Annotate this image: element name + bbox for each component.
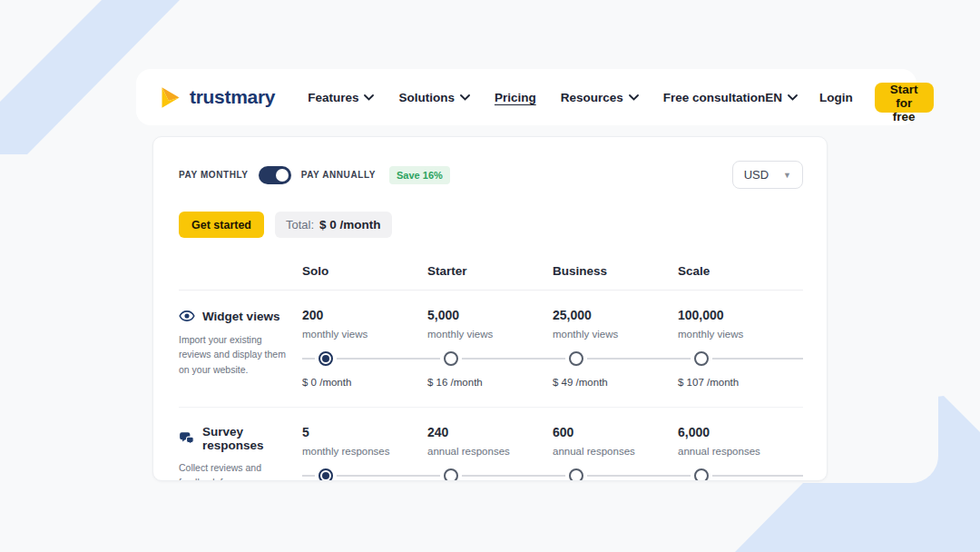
save-badge: Save 16% <box>389 166 450 184</box>
option-amount: 5,000 <box>427 308 553 322</box>
plans-header-spacer <box>179 264 302 278</box>
slider-handle-radio[interactable] <box>444 468 458 481</box>
get-started-button[interactable]: Get started <box>179 212 264 238</box>
option-unit: annual responses <box>427 446 553 457</box>
option-amount: 100,000 <box>678 308 803 322</box>
plan-column-header-business: Business <box>553 264 678 278</box>
nav-item-free-consultation[interactable]: Free consultation <box>663 91 766 104</box>
chevron-down-icon <box>460 94 470 101</box>
nav-item-label: Resources <box>561 91 623 104</box>
start-for-free-button[interactable]: Start for free <box>875 83 934 113</box>
language-selector[interactable]: EN <box>765 91 798 104</box>
slider-handle-radio[interactable] <box>694 468 709 481</box>
plan-option-cell: 100,000 monthly views $ 107 /month <box>678 308 803 388</box>
feature-row: Survey responses Collect reviews and fee… <box>179 407 803 481</box>
pay-monthly-label: PAY MONTHLY <box>179 170 249 180</box>
language-label: EN <box>765 91 782 104</box>
plan-column-header-starter: Starter <box>427 264 553 278</box>
slider-handle-radio[interactable] <box>569 468 583 481</box>
option-price: $ 49 /month <box>553 377 678 388</box>
plan-option-cell: 600 annual responses $ 65 /month <box>553 425 678 481</box>
login-link[interactable]: Login <box>819 91 853 104</box>
plan-option-cell: 5 monthly responses $ 0 /month <box>302 425 427 481</box>
feature-label-cell: Survey responses Collect reviews and fee… <box>179 425 302 481</box>
nav-item-resources[interactable]: Resources <box>561 91 639 104</box>
total-box: Total: $ 0 /month <box>275 212 392 238</box>
usage-slider[interactable] <box>678 351 803 366</box>
nav-item-label: Solutions <box>398 91 455 104</box>
currency-select[interactable]: USD ▼ <box>732 161 803 189</box>
feature-table: Widget views Import your existing review… <box>179 291 803 481</box>
feature-description: Collect reviews and feedback from your c… <box>179 460 297 481</box>
option-amount: 6,000 <box>678 425 803 439</box>
billing-toggle[interactable] <box>259 166 291 184</box>
slider-handle-radio[interactable] <box>694 351 709 366</box>
usage-slider[interactable] <box>678 468 803 481</box>
nav-item-features[interactable]: Features <box>308 91 374 104</box>
slider-handle-radio[interactable] <box>318 351 333 366</box>
option-price: $ 107 /month <box>678 377 803 388</box>
pay-annually-label: PAY ANNUALLY <box>301 170 376 180</box>
nav-item-pricing[interactable]: Pricing <box>495 91 536 104</box>
plan-option-cell: 6,000 annual responses $ 132 /month <box>678 425 803 481</box>
chevron-down-icon <box>364 94 374 101</box>
feature-name: Widget views <box>202 310 279 323</box>
total-label: Total: <box>286 218 314 232</box>
top-navbar: trustmary Features Solutions Pricing Res… <box>136 69 916 125</box>
nav-links: Features Solutions Pricing Resources Fre… <box>308 91 765 104</box>
plan-option-cell: 25,000 monthly views $ 49 /month <box>553 308 678 388</box>
toggle-knob <box>276 169 289 182</box>
usage-slider[interactable] <box>302 468 427 481</box>
option-amount: 240 <box>427 425 553 439</box>
plans-header-row: SoloStarterBusinessScale <box>179 264 803 291</box>
plan-option-cell: 5,000 monthly views $ 16 /month <box>427 308 553 388</box>
option-price: $ 16 /month <box>427 377 553 388</box>
usage-slider[interactable] <box>302 351 427 366</box>
plan-column-header-solo: Solo <box>302 264 427 278</box>
nav-item-solutions[interactable]: Solutions <box>398 91 470 104</box>
option-unit: monthly responses <box>302 446 427 457</box>
feature-label-cell: Widget views Import your existing review… <box>179 308 302 388</box>
feature-description: Import your existing reviews and display… <box>179 332 297 377</box>
usage-slider[interactable] <box>553 351 678 366</box>
eye-icon <box>179 308 195 324</box>
usage-slider[interactable] <box>553 468 678 481</box>
option-amount: 5 <box>302 425 427 439</box>
caret-down-icon: ▼ <box>783 171 791 180</box>
option-unit: monthly views <box>678 329 803 340</box>
pricing-card: PAY MONTHLY PAY ANNUALLY Save 16% USD ▼ … <box>152 136 828 481</box>
trustmary-logo[interactable]: trustmary <box>158 85 275 110</box>
option-price: $ 0 /month <box>302 377 427 388</box>
currency-value: USD <box>744 168 769 182</box>
option-unit: annual responses <box>678 446 803 457</box>
feature-name: Survey responses <box>202 425 297 452</box>
chat-bubbles-icon <box>179 430 195 447</box>
billing-toggle-group: PAY MONTHLY PAY ANNUALLY Save 16% <box>179 166 450 184</box>
option-unit: annual responses <box>553 446 678 457</box>
usage-slider[interactable] <box>427 468 553 481</box>
nav-right: EN Login Start for free <box>765 83 933 113</box>
option-amount: 200 <box>302 308 427 322</box>
option-amount: 25,000 <box>553 308 678 322</box>
plan-column-header-scale: Scale <box>678 264 803 278</box>
pricing-controls-row: PAY MONTHLY PAY ANNUALLY Save 16% USD ▼ <box>179 161 803 189</box>
total-value: $ 0 /month <box>319 218 381 232</box>
nav-item-label: Free consultation <box>663 91 766 104</box>
nav-item-label: Features <box>308 91 358 104</box>
nav-item-label: Pricing <box>495 91 536 104</box>
slider-handle-radio[interactable] <box>444 351 458 366</box>
chevron-down-icon <box>788 94 798 101</box>
usage-slider[interactable] <box>427 351 553 366</box>
slider-handle-radio[interactable] <box>569 351 583 366</box>
chevron-down-icon <box>629 94 639 101</box>
option-unit: monthly views <box>553 329 678 340</box>
cta-row: Get started Total: $ 0 /month <box>179 212 803 238</box>
option-unit: monthly views <box>302 329 427 340</box>
trustmary-logo-icon <box>158 85 182 110</box>
feature-row: Widget views Import your existing review… <box>179 291 803 407</box>
slider-handle-radio[interactable] <box>318 468 333 481</box>
plan-option-cell: 200 monthly views $ 0 /month <box>302 308 427 388</box>
option-unit: monthly views <box>427 329 553 340</box>
plan-option-cell: 240 annual responses $ 24 /month <box>427 425 553 481</box>
logo-text: trustmary <box>190 86 275 108</box>
